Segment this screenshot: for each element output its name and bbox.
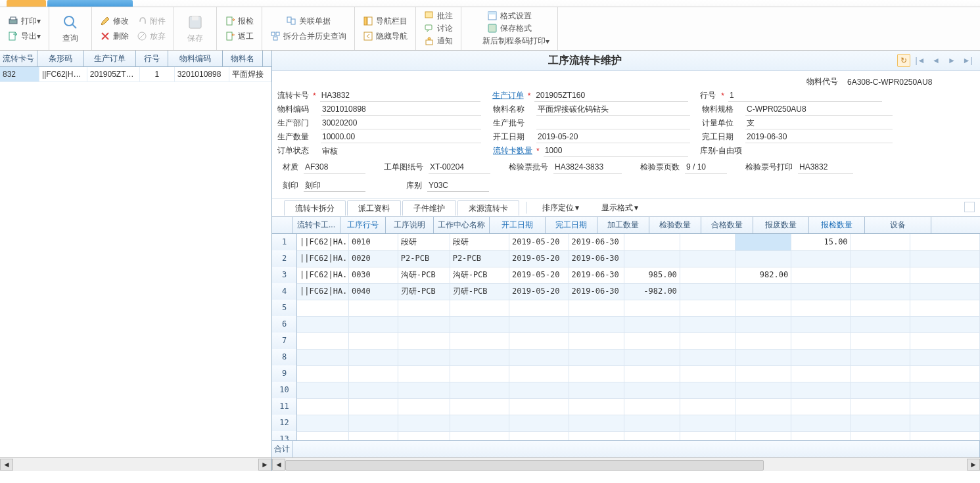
cell[interactable] — [450, 333, 509, 350]
table-row[interactable]: 8 — [272, 349, 980, 365]
table-row[interactable]: 9 — [272, 365, 980, 382]
cell[interactable] — [349, 300, 398, 317]
cell[interactable] — [791, 267, 851, 284]
cell[interactable] — [349, 382, 398, 399]
cell[interactable] — [349, 349, 398, 366]
left-col-line[interactable]: 行号 — [136, 51, 168, 66]
cell[interactable] — [349, 398, 398, 415]
cell[interactable] — [851, 234, 910, 251]
cell[interactable]: 刃研-PCB — [398, 283, 450, 300]
cell[interactable] — [680, 398, 736, 415]
cell[interactable] — [450, 382, 509, 399]
cell[interactable] — [509, 316, 569, 333]
cell[interactable] — [735, 300, 791, 317]
cell[interactable] — [569, 398, 625, 415]
uom-value[interactable]: 支 — [745, 117, 893, 129]
col-proc-qty[interactable]: 加工数量 — [597, 217, 649, 233]
cell[interactable] — [910, 267, 980, 284]
table-row[interactable]: 2||FC62|HA...0020P2-PCBP2-PCB2019-05-202… — [272, 250, 980, 267]
order-value[interactable]: 201905ZT160 — [534, 89, 688, 102]
order-label[interactable]: 生产订单 — [492, 90, 526, 101]
cell[interactable] — [910, 333, 980, 350]
cell[interactable] — [910, 365, 980, 382]
insp-batch-value[interactable]: HA3824-3833 — [553, 161, 622, 173]
cell[interactable] — [569, 365, 625, 382]
cell[interactable] — [851, 283, 910, 300]
cell[interactable]: -982.00 — [624, 283, 680, 300]
left-scrollbar[interactable]: ◄ ► — [0, 457, 271, 471]
insp-print-value[interactable]: HA3832 — [798, 161, 853, 173]
cell[interactable] — [910, 250, 980, 267]
cell[interactable]: 0010 — [349, 234, 398, 251]
cell[interactable] — [910, 234, 980, 251]
end-value[interactable]: 2019-06-30 — [745, 131, 893, 143]
tab-split[interactable]: 流转卡拆分 — [284, 200, 346, 216]
cell[interactable] — [624, 349, 680, 366]
sort-dropdown[interactable]: 排序定位▾ — [532, 200, 590, 215]
cell[interactable] — [910, 349, 980, 366]
format-set-button[interactable]: 格式设置 — [465, 10, 553, 22]
cell[interactable]: 0030 — [349, 267, 398, 284]
cell[interactable] — [450, 415, 509, 432]
table-row[interactable]: 4||FC62|HA...0040刃研-PCB刃研-PCB2019-05-202… — [272, 283, 980, 300]
save-button[interactable]: 保存 — [178, 10, 212, 47]
scroll-left-icon[interactable]: ◄ — [272, 459, 285, 471]
cell[interactable] — [910, 316, 980, 333]
cell[interactable] — [791, 316, 851, 333]
export-button[interactable]: 导出 ▾ — [4, 29, 45, 43]
note-button[interactable]: 批注 — [420, 10, 457, 22]
left-col-name[interactable]: 物料名 — [223, 51, 263, 66]
table-row[interactable]: 12 — [272, 415, 980, 431]
card-qty-label[interactable]: 流转卡数量 — [493, 145, 535, 156]
cell[interactable]: 刃研-PCB — [450, 283, 509, 300]
print-button[interactable]: 打印 ▾ — [4, 14, 45, 28]
cell[interactable] — [569, 316, 625, 333]
cell[interactable]: 2019-05-20 — [509, 283, 569, 300]
start-value[interactable]: 2019-05-20 — [536, 131, 690, 143]
cell[interactable] — [791, 283, 851, 300]
item-name-value[interactable]: 平面焊接碳化钨钻头 — [536, 103, 690, 116]
table-row[interactable]: 7 — [272, 333, 980, 349]
style-dropdown[interactable]: 显示格式▾ — [591, 200, 649, 215]
cell[interactable] — [680, 333, 736, 350]
cell[interactable] — [851, 349, 910, 366]
cell[interactable] — [791, 398, 851, 415]
cell[interactable] — [297, 300, 349, 317]
cell[interactable] — [297, 365, 349, 382]
col-card-proc[interactable]: 流转卡工... — [292, 217, 340, 233]
cell[interactable] — [735, 415, 791, 432]
cell[interactable] — [680, 415, 736, 432]
cell[interactable]: 15.00 — [791, 234, 851, 251]
cell[interactable] — [680, 382, 736, 399]
table-row[interactable]: 6 — [272, 316, 980, 333]
table-row[interactable]: 1||FC62|HA...0010段研段研2019-05-202019-06-3… — [272, 234, 980, 250]
list-row[interactable]: 832 ||FC62|HA... 201905ZT160 1 320101089… — [0, 67, 271, 82]
cell[interactable] — [398, 300, 450, 317]
cell[interactable] — [297, 398, 349, 415]
barcode-print-button[interactable]: 新后制程条码打印 ▾ — [465, 35, 553, 47]
cell[interactable] — [735, 349, 791, 366]
cell[interactable] — [624, 333, 680, 350]
col-insp-qty[interactable]: 检验数量 — [649, 217, 701, 233]
cell[interactable]: 沟研-PCB — [450, 267, 509, 284]
cell[interactable] — [851, 316, 910, 333]
cell[interactable] — [450, 398, 509, 415]
table-row[interactable]: 10 — [272, 382, 980, 398]
cell[interactable] — [624, 250, 680, 267]
cell[interactable] — [735, 316, 791, 333]
card-no-value[interactable]: HA3832 — [320, 89, 480, 102]
cell[interactable]: ||FC62|HA... — [297, 267, 349, 284]
cell[interactable] — [297, 415, 349, 432]
cell[interactable]: 沟研-PCB — [398, 267, 450, 284]
qty-value[interactable]: 10000.00 — [321, 131, 481, 143]
cell[interactable]: 0040 — [349, 283, 398, 300]
cell[interactable] — [509, 300, 569, 317]
cell[interactable] — [398, 382, 450, 399]
cell[interactable] — [851, 431, 910, 440]
cell[interactable] — [297, 349, 349, 366]
cell[interactable] — [349, 333, 398, 350]
cell[interactable] — [398, 398, 450, 415]
scroll-right-icon[interactable]: ► — [967, 459, 980, 471]
table-row[interactable]: 5 — [272, 300, 980, 316]
col-wc-name[interactable]: 工作中心名称 — [434, 217, 490, 233]
